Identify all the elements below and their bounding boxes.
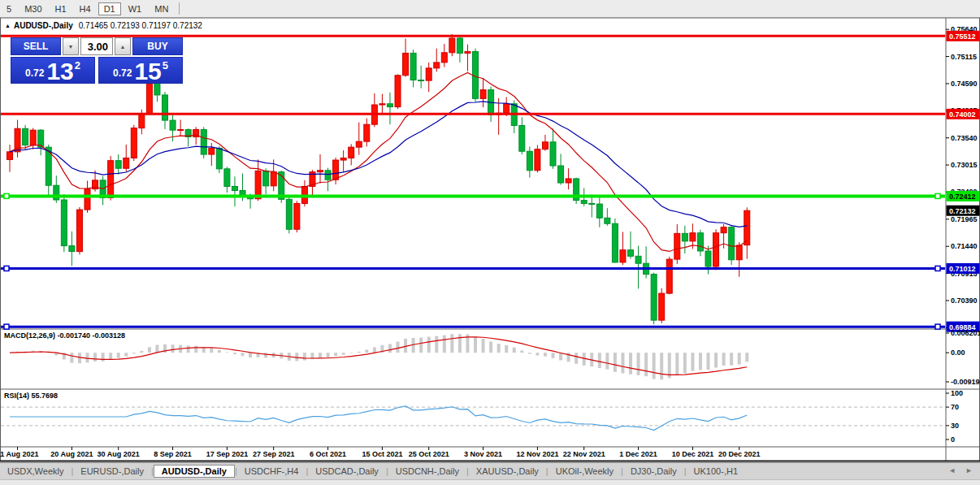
hline-handle[interactable] [4, 266, 9, 271]
svg-text:25 Oct 2021: 25 Oct 2021 [409, 450, 449, 458]
svg-text:0: 0 [951, 435, 955, 444]
chart-ohlc-values: 0.71465 0.72193 0.71197 0.72132 [79, 21, 202, 30]
svg-text:0.71012: 0.71012 [949, 265, 976, 273]
svg-text:17 Sep 2021: 17 Sep 2021 [206, 450, 249, 458]
timeframe-toolbar: 5M30H1H4D1W1MN [0, 0, 980, 18]
tab-dj30-daily[interactable]: DJ30-,Daily [623, 465, 684, 478]
svg-text:0.71965: 0.71965 [951, 215, 978, 223]
svg-text:0.72412: 0.72412 [949, 193, 976, 201]
svg-text:20 Dec 2021: 20 Dec 2021 [718, 450, 761, 458]
tab-uk100-h1[interactable]: UK100-,H1 [687, 465, 745, 478]
hline-handle[interactable] [935, 324, 940, 329]
sell-price-pip-digit: 2 [75, 59, 80, 71]
volume-input[interactable] [80, 37, 113, 55]
volume-decrease-button[interactable]: ▼ [63, 37, 79, 55]
tab-usdcnh-daily[interactable]: USDCNH-,Daily [388, 465, 466, 478]
tab-audusd-daily[interactable]: AUDUSD-,Daily [154, 465, 235, 478]
sell-button[interactable]: SELL [11, 37, 61, 55]
rsi-pane: 10070300 [1, 389, 963, 444]
tab-usdx-weekly[interactable]: USDX,Weekly [0, 465, 71, 478]
buy-price-box[interactable]: 0.72 15 5 [98, 57, 183, 84]
tab-scroll-right-icon[interactable]: ► [965, 466, 973, 474]
macd-pane: 0.0062010.00-0.00919 [10, 329, 980, 386]
toolbar-separator [179, 2, 180, 15]
svg-text:0.73015: 0.73015 [951, 161, 978, 169]
svg-text:1 Dec 2021: 1 Dec 2021 [619, 450, 657, 458]
rsi-indicator-label: RSI(14) 55.7698 [4, 392, 58, 400]
svg-text:0.00: 0.00 [951, 349, 965, 357]
svg-text:11 Aug 2021: 11 Aug 2021 [0, 450, 38, 458]
svg-text:6 Oct 2021: 6 Oct 2021 [310, 450, 346, 458]
svg-text:0.74590: 0.74590 [951, 80, 978, 88]
svg-text:12 Nov 2021: 12 Nov 2021 [516, 450, 558, 458]
svg-text:15 Oct 2021: 15 Oct 2021 [362, 450, 402, 458]
one-click-trade-panel: SELL ▼ ▲ BUY 0.72 13 2 0.72 15 5 [11, 37, 183, 84]
svg-text:0.70390: 0.70390 [951, 297, 978, 305]
svg-text:20 Aug 2021: 20 Aug 2021 [50, 450, 93, 458]
macd-indicator-label: MACD(12,26,9) -0.001740 -0.003128 [4, 331, 125, 340]
hline-handle[interactable] [4, 193, 9, 198]
tab-usdcad-daily[interactable]: USDCAD-,Daily [308, 465, 386, 478]
sell-price-prefix: 0.72 [25, 67, 44, 79]
svg-text:22 Nov 2021: 22 Nov 2021 [563, 450, 605, 458]
tab-eurusd-daily[interactable]: EURUSD-,Daily [73, 465, 151, 478]
timeframe-button-d1[interactable]: D1 [98, 2, 121, 15]
svg-text:0.72132: 0.72132 [949, 207, 976, 215]
buy-price-prefix: 0.72 [113, 67, 132, 79]
svg-text:0.73540: 0.73540 [951, 134, 978, 142]
volume-increase-button[interactable]: ▲ [115, 37, 131, 55]
chart-symbol-label: AUDUSD-,Daily [14, 21, 73, 30]
buy-price-big-digits: 15 [134, 60, 161, 82]
status-strip [0, 479, 980, 485]
svg-text:0.71440: 0.71440 [951, 242, 978, 250]
svg-text:3 Nov 2021: 3 Nov 2021 [464, 450, 502, 458]
svg-text:70: 70 [951, 403, 959, 411]
svg-text:-0.00919: -0.00919 [951, 378, 980, 386]
svg-text:0.74002: 0.74002 [949, 110, 976, 119]
terminal-window: 5M30H1H4D1W1MN 0.756400.751150.745900.74… [0, 0, 980, 485]
chart-tab-bar: USDX,Weekly|EURUSD-,Daily|AUDUSD-,Daily|… [0, 462, 980, 479]
collapse-triangle-icon[interactable]: ▲ [5, 23, 11, 28]
price-axis: 0.756400.751150.745900.740650.735400.730… [946, 25, 978, 331]
price-badges: 0.755120.740020.724120.710120.698840.721… [947, 31, 980, 332]
svg-text:0.75115: 0.75115 [951, 53, 977, 61]
buy-button[interactable]: BUY [132, 37, 183, 55]
chart-title: ▲AUDUSD-,Daily0.71465 0.72193 0.71197 0.… [5, 21, 202, 30]
timeframe-button-mn[interactable]: MN [149, 2, 174, 15]
svg-text:0.006201: 0.006201 [951, 329, 980, 337]
sell-price-big-digits: 13 [46, 60, 73, 82]
svg-text:10 Dec 2021: 10 Dec 2021 [672, 450, 714, 458]
tab-scroll-left-icon[interactable]: ◄ [948, 466, 956, 474]
hline-handle[interactable] [935, 193, 940, 198]
buy-price-pip-digit: 5 [163, 59, 168, 71]
svg-text:0.75512: 0.75512 [949, 32, 976, 41]
svg-text:8 Sep 2021: 8 Sep 2021 [154, 450, 192, 458]
svg-text:30: 30 [951, 422, 959, 430]
tab-usdchf-h4[interactable]: USDCHF-,H4 [237, 465, 306, 478]
svg-text:30 Aug 2021: 30 Aug 2021 [98, 450, 140, 458]
timeframe-button-w1[interactable]: W1 [123, 2, 148, 15]
hline-handle[interactable] [935, 266, 940, 271]
tab-ukoil-weekly[interactable]: UKOil-,Weekly [549, 465, 621, 478]
timeframe-button-h4[interactable]: H4 [74, 2, 97, 15]
date-axis: 11 Aug 202120 Aug 202130 Aug 20218 Sep 2… [0, 447, 760, 458]
sell-price-box[interactable]: 0.72 13 2 [11, 57, 95, 84]
tab-xauusd-daily[interactable]: XAUUSD-,Daily [469, 465, 546, 478]
hline-handle[interactable] [4, 324, 9, 329]
svg-text:27 Sep 2021: 27 Sep 2021 [253, 450, 295, 458]
timeframe-button-h1[interactable]: H1 [50, 2, 72, 15]
svg-text:100: 100 [951, 389, 963, 397]
timeframe-button-5[interactable]: 5 [1, 2, 17, 15]
timeframe-button-m30[interactable]: M30 [19, 2, 47, 15]
